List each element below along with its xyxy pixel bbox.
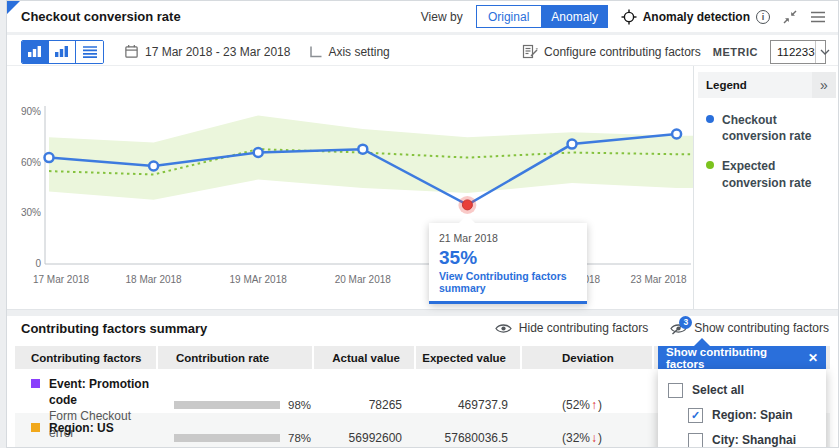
factor-swatch — [31, 379, 40, 388]
contribution-rate-label: 98% — [288, 399, 311, 411]
region-spain-checkbox[interactable]: ✓ — [688, 408, 703, 423]
tooltip-caret — [459, 215, 475, 223]
show-contributing-factors-label: Show contributing factors — [694, 321, 829, 335]
metric-select[interactable]: 112233 — [770, 40, 826, 64]
deviation-text: (32% — [562, 431, 590, 445]
legend-header: Legend » — [698, 72, 836, 98]
axis-setting-control[interactable]: Axis setting — [308, 45, 389, 59]
anomaly-detection-label: Anomaly detection — [643, 10, 750, 24]
anomaly-tooltip: 21 Mar 2018 35% View Contributing factor… — [429, 223, 587, 304]
factor-option-city-shanghai[interactable]: ✓ City: Shanghai — [688, 431, 816, 448]
legend-item-label: Checkout conversion rate — [722, 112, 834, 144]
selection-corner-marker — [7, 1, 20, 14]
select-all-checkbox[interactable]: ✓ — [668, 383, 683, 398]
dashboard-app: Checkout conversion rate View by Origina… — [0, 0, 839, 448]
toggle-original[interactable]: Original — [476, 5, 542, 28]
anomaly-chart[interactable]: 90%60%30%017 Mar 201818 Mar 201819 MAr 2… — [7, 66, 693, 309]
deviation-text: (52% — [562, 398, 590, 412]
x-axis-label: 17 Mar 2018 — [18, 274, 104, 285]
contribution-bar-track — [174, 434, 280, 442]
legend-item-expected[interactable]: Expected conversion rate — [706, 158, 834, 190]
select-all-option[interactable]: ✓ Select all — [668, 381, 816, 399]
factor-name: Region: US — [49, 420, 114, 436]
axis-icon — [308, 45, 322, 59]
info-icon[interactable]: i — [756, 10, 770, 24]
calendar-icon — [124, 44, 139, 59]
hamburger-menu-icon[interactable] — [810, 10, 826, 24]
legend-item-label: Expected conversion rate — [722, 158, 834, 190]
date-range-text: 17 Mar 2018 - 23 Mar 2018 — [145, 45, 290, 59]
tooltip-date: 21 Mar 2018 — [439, 232, 577, 244]
y-axis-label: 90% — [7, 106, 41, 117]
chart-type-table-button[interactable] — [76, 41, 103, 63]
configure-factors-control[interactable]: Configure contributing factors — [522, 44, 701, 59]
toggle-anomaly[interactable]: Anomaly — [542, 5, 608, 28]
deviation-close-paren: ) — [598, 398, 602, 412]
legend-title: Legend — [706, 79, 747, 91]
column-header: Deviation — [522, 346, 654, 369]
column-header: Actual value — [314, 346, 416, 369]
city-shanghai-checkbox[interactable]: ✓ — [688, 433, 703, 448]
show-contributing-factors-popup: Show contributing factors ✕ ✓ Select all… — [658, 346, 826, 448]
collapse-icon[interactable] — [783, 10, 797, 24]
tooltip-summary-link[interactable]: View Contributing factors summary — [439, 270, 577, 294]
chart-type-column-button[interactable] — [49, 41, 76, 63]
close-icon[interactable]: ✕ — [808, 351, 818, 365]
contribution-rate-label: 78% — [288, 432, 311, 444]
hide-contributing-factors-label: Hide contributing factors — [519, 321, 648, 335]
widget-card: Checkout conversion rate View by Origina… — [6, 0, 839, 448]
popup-header: Show contributing factors ✕ — [658, 346, 826, 369]
date-range-control[interactable]: 17 Mar 2018 - 23 Mar 2018 — [124, 44, 290, 59]
axis-setting-label: Axis setting — [328, 45, 389, 59]
legend-panel: Legend » Checkout conversion rate Expect… — [693, 66, 839, 309]
select-all-label: Select all — [692, 383, 744, 397]
title-bar: Checkout conversion rate View by Origina… — [7, 1, 838, 35]
factor-name: Event: Promotion code — [49, 376, 158, 408]
column-header: Contribution rate — [158, 346, 314, 369]
chart-canvas — [7, 66, 693, 309]
configure-icon — [522, 44, 538, 59]
show-contributing-factors-button[interactable]: 3 Show contributing factors — [670, 321, 829, 335]
popup-title: Show contributing factors — [666, 346, 808, 370]
x-axis-label: 18 Mar 2018 — [111, 274, 197, 285]
factor-option-label: City: Shanghai — [712, 433, 796, 447]
y-axis-label: 30% — [7, 207, 41, 218]
factor-option-region-spain[interactable]: ✓ Region: Spain — [688, 406, 816, 424]
tooltip-value: 35% — [439, 247, 577, 269]
view-by-label: View by — [421, 10, 463, 24]
hide-contributing-factors-button[interactable]: Hide contributing factors — [495, 321, 648, 335]
anomaly-detection-control[interactable]: Anomaly detection i — [621, 9, 770, 25]
deviation-down-arrow: ↓ — [591, 431, 597, 445]
configure-factors-label: Configure contributing factors — [544, 45, 701, 59]
page-title: Checkout conversion rate — [21, 9, 181, 24]
chart-type-switcher — [21, 40, 104, 64]
expected-value: 57680036.5 — [416, 413, 522, 448]
x-axis-label: 23 Mar 2018 — [616, 274, 702, 285]
summary-title: Contributing factors summary — [21, 321, 207, 336]
deviation-close-paren: ) — [598, 431, 602, 445]
deviation-up-arrow: ↑ — [591, 398, 597, 412]
legend-collapse-button[interactable]: » — [812, 72, 836, 98]
y-axis-label: 0 — [7, 258, 41, 269]
selected-factors-badge: 3 — [679, 316, 692, 329]
deviation-value: (32% ↓ ) — [522, 413, 654, 448]
popup-caret — [694, 338, 710, 346]
crosshair-icon — [621, 9, 637, 25]
column-header: Contributing factors — [15, 346, 158, 369]
contribution-bar-track — [174, 401, 280, 409]
x-axis-label: 20 Mar 2018 — [320, 274, 406, 285]
chart-type-bar-selected-button[interactable] — [22, 41, 49, 63]
metric-label: METRIC — [713, 46, 758, 58]
legend-item-checkout[interactable]: Checkout conversion rate — [706, 112, 834, 144]
metric-selected-value: 112233 — [777, 46, 815, 58]
eye-icon — [495, 322, 512, 335]
factor-option-label: Region: Spain — [712, 408, 793, 422]
chart-toolbar: 17 Mar 2018 - 23 Mar 2018 Axis setting C… — [7, 38, 838, 66]
column-header: Expected value — [416, 346, 522, 369]
legend-dot-blue — [706, 115, 714, 123]
y-axis-label: 60% — [7, 157, 41, 168]
x-axis-label: 19 MAr 2018 — [215, 274, 301, 285]
legend-dot-green — [706, 161, 714, 169]
actual-value: 56992600 — [314, 413, 416, 448]
section-divider — [7, 309, 838, 316]
